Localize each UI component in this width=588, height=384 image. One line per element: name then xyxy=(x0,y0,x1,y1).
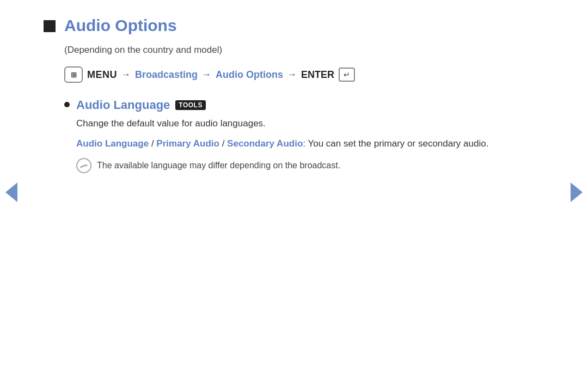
breadcrumb-audio-options: Audio Options xyxy=(216,69,283,81)
breadcrumb: ⊞ MENU → Broadcasting → Audio Options → … xyxy=(64,66,501,83)
next-arrow[interactable] xyxy=(571,182,583,202)
item-description: Change the default value for audio langu… xyxy=(76,117,501,131)
breadcrumb-broadcasting: Broadcasting xyxy=(135,69,198,81)
menu-icon: ⊞ xyxy=(64,66,83,83)
tools-badge: TOOLS xyxy=(175,100,206,110)
bullet-dot xyxy=(64,102,70,107)
note-row: The available language may differ depend… xyxy=(76,157,501,173)
note-icon xyxy=(76,158,91,173)
square-icon xyxy=(44,20,56,32)
breadcrumb-arrow-3: → xyxy=(287,69,297,80)
inline-text-post: : You can set the primary or secondary a… xyxy=(303,138,488,149)
item-content: Audio Language TOOLS Change the default … xyxy=(76,98,501,173)
enter-icon: ↵ xyxy=(339,68,355,82)
page-title: Audio Options xyxy=(64,16,177,35)
slash-1: / xyxy=(149,138,156,149)
audio-language-title: Audio Language xyxy=(76,98,170,112)
secondary-audio-link: Secondary Audio xyxy=(227,138,303,149)
enter-label: ENTER xyxy=(301,69,334,81)
audio-language-item: Audio Language TOOLS Change the default … xyxy=(64,98,501,173)
page-title-row: Audio Options xyxy=(44,16,501,35)
primary-audio-link: Primary Audio xyxy=(156,138,219,149)
subtitle: (Depending on the country and model) xyxy=(64,45,501,56)
content-area: Audio Options (Depending on the country … xyxy=(0,0,544,195)
breadcrumb-arrow-2: → xyxy=(202,69,211,80)
prev-arrow[interactable] xyxy=(5,182,17,202)
audio-language-link: Audio Language xyxy=(76,138,149,149)
item-inline-text: Audio Language / Primary Audio / Seconda… xyxy=(76,136,501,151)
item-title-row: Audio Language TOOLS xyxy=(76,98,501,112)
breadcrumb-arrow-1: → xyxy=(121,69,131,80)
menu-label: MENU xyxy=(87,69,117,81)
section-list: Audio Language TOOLS Change the default … xyxy=(64,98,501,173)
slash-2: / xyxy=(219,138,227,149)
note-text: The available language may differ depend… xyxy=(97,157,340,172)
